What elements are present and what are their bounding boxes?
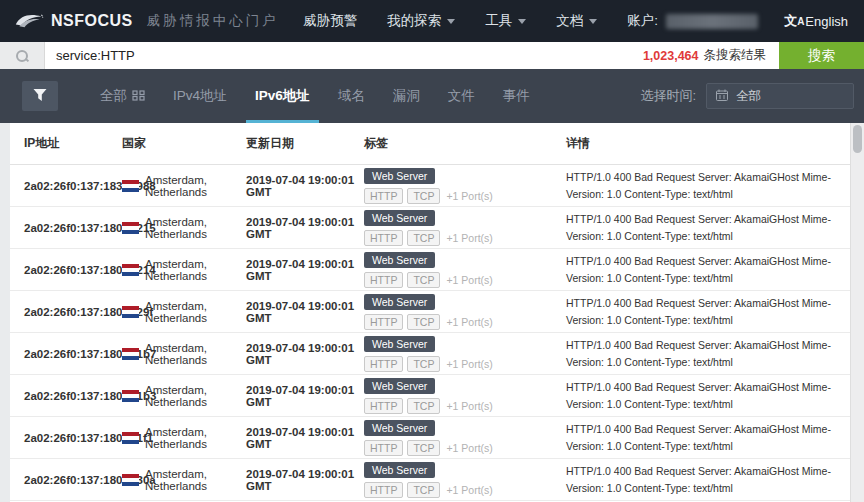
tag-badge[interactable]: Web Server [364,420,435,436]
country-cell: Amsterdam, Netherlands [122,468,246,492]
translate-icon: 文A [784,12,804,30]
tag-badge[interactable]: Web Server [364,252,435,268]
navbar-item[interactable]: 我的探索 [387,12,455,30]
port-protocol-badge[interactable]: TCP [407,188,440,204]
port-protocol-badge[interactable]: HTTP [364,398,403,414]
search-bar: 1,023,464 条搜索结果 搜索 [0,42,864,69]
port-protocol-badge[interactable]: HTTP [364,272,403,288]
ip-address-link[interactable]: 2a02:26f0:137:180::930a [24,474,122,486]
more-ports-label: +1 Port(s) [446,274,492,286]
country-name: Amsterdam, Netherlands [145,384,246,408]
table-body: 2a02:26f0:137:183::3988 Amsterdam, Nethe… [10,165,850,501]
tab[interactable]: 全部 [86,69,159,123]
port-protocol-badge[interactable]: TCP [407,314,440,330]
column-header: 更新日期 [246,135,364,152]
more-ports-label: +1 Port(s) [446,442,492,454]
column-header: 详情 [566,135,850,152]
time-range-select[interactable]: 全部 [706,83,854,109]
port-protocol-badge[interactable]: HTTP [364,188,403,204]
filter-bar: 全部 IPv4地址 IPv6地址 [0,69,864,123]
table-row: 2a02:26f0:137:180::91b3 Amsterdam, Nethe… [10,375,850,417]
navbar-item-label: 文档 [556,12,583,30]
port-protocol-badge[interactable]: TCP [407,356,440,372]
table-row: 2a02:26f0:137:180::91f1 Amsterdam, Nethe… [10,417,850,459]
ip-address-link[interactable]: 2a02:26f0:137:180::91f1 [24,432,122,444]
tag-badge[interactable]: Web Server [364,210,435,226]
ip-address-link[interactable]: 2a02:26f0:137:180::9214 [24,264,122,276]
details-text: HTTP/1.0 400 Bad Request Server: AkamaiG… [566,253,850,286]
tags-cell: Web Server HTTP TCP +1 Port(s) [364,378,566,414]
tags-cell: Web Server HTTP TCP +1 Port(s) [364,294,566,330]
account-name-redacted [666,14,758,29]
country-cell: Amsterdam, Netherlands [122,174,246,198]
details-text: HTTP/1.0 400 Bad Request Server: AkamaiG… [566,211,850,244]
netherlands-flag-icon [122,264,139,276]
update-date: 2019-07-04 19:00:01 GMT [246,342,364,366]
filter-funnel-button[interactable] [22,81,58,111]
more-ports-label: +1 Port(s) [446,358,492,370]
ip-address-link[interactable]: 2a02:26f0:137:180::929f [24,306,122,318]
tab[interactable]: 域名 [324,69,379,123]
navbar-item[interactable]: 文档 [556,12,597,30]
account[interactable]: 账户: [627,12,758,30]
search-input[interactable] [45,42,643,69]
tags-cell: Web Server HTTP TCP +1 Port(s) [364,462,566,498]
results-area: IP地址 国家 更新日期 标签 详情 2a02:26f0:137:183::39… [0,123,864,502]
tab[interactable]: 文件 [434,69,489,123]
netherlands-flag-icon [122,180,139,192]
tag-badge[interactable]: Web Server [364,294,435,310]
port-protocol-badge[interactable]: TCP [407,272,440,288]
vertical-scrollbar[interactable] [850,123,864,502]
chevron-down-icon [447,19,455,24]
table-row: 2a02:26f0:137:183::3988 Amsterdam, Nethe… [10,165,850,207]
navbar-item[interactable]: 威胁预警 [303,12,357,30]
column-header: 标签 [364,135,566,152]
tab-label: IPv4地址 [173,87,227,105]
tags-cell: Web Server HTTP TCP +1 Port(s) [364,336,566,372]
update-date: 2019-07-04 19:00:01 GMT [246,174,364,198]
port-protocol-badge[interactable]: HTTP [364,230,403,246]
tab[interactable]: 事件 [489,69,544,123]
more-ports-label: +1 Port(s) [446,400,492,412]
port-protocol-badge[interactable]: HTTP [364,314,403,330]
navbar-menu: 威胁预警 我的探索 工具 文档 [303,12,597,30]
navbar-item-label: 工具 [485,12,512,30]
tab[interactable]: IPv4地址 [159,69,241,123]
ip-address-link[interactable]: 2a02:26f0:137:180::91b3 [24,390,122,402]
port-protocol-badge[interactable]: TCP [407,398,440,414]
ip-address-link[interactable]: 2a02:26f0:137:183::3988 [24,180,122,192]
search-icon [16,50,28,62]
port-protocol-badge[interactable]: HTTP [364,482,403,498]
country-cell: Amsterdam, Netherlands [122,300,246,324]
ip-address-link[interactable]: 2a02:26f0:137:180::9215 [24,222,122,234]
language-switch[interactable]: 文A English [784,12,848,30]
country-name: Amsterdam, Netherlands [145,258,246,282]
chevron-down-icon [518,19,526,24]
brand[interactable]: NSFOCUS 威胁情报中心门户 [14,11,279,31]
search-button[interactable]: 搜索 [779,42,864,69]
tag-badge[interactable]: Web Server [364,462,435,478]
ip-address-link[interactable]: 2a02:26f0:137:180::91b7 [24,348,122,360]
column-header: IP地址 [24,135,122,152]
country-cell: Amsterdam, Netherlands [122,342,246,366]
country-name: Amsterdam, Netherlands [145,216,246,240]
tag-badge[interactable]: Web Server [364,168,435,184]
tag-badge[interactable]: Web Server [364,378,435,394]
scrollbar-thumb[interactable] [853,125,862,153]
details-text: HTTP/1.0 400 Bad Request Server: AkamaiG… [566,169,850,202]
chevron-down-icon [589,19,597,24]
navbar-item[interactable]: 工具 [485,12,526,30]
top-navbar: NSFOCUS 威胁情报中心门户 威胁预警 我的探索 工具 文档 [0,0,864,42]
port-protocol-badge[interactable]: TCP [407,230,440,246]
tab-label: 事件 [503,87,530,105]
tags-cell: Web Server HTTP TCP +1 Port(s) [364,252,566,288]
port-protocol-badge[interactable]: TCP [407,440,440,456]
port-protocol-badge[interactable]: HTTP [364,440,403,456]
port-protocol-badge[interactable]: HTTP [364,356,403,372]
tab[interactable]: 漏洞 [379,69,434,123]
tags-cell: Web Server HTTP TCP +1 Port(s) [364,210,566,246]
tag-badge[interactable]: Web Server [364,336,435,352]
port-protocol-badge[interactable]: TCP [407,482,440,498]
tab[interactable]: IPv6地址 [241,69,324,123]
table-row: 2a02:26f0:137:180::91b7 Amsterdam, Nethe… [10,333,850,375]
